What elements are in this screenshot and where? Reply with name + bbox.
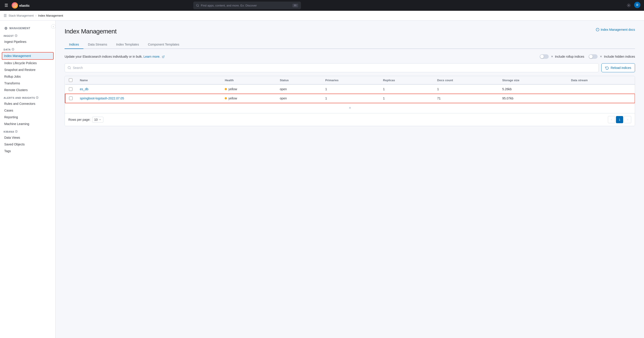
- sidebar-toggle-button[interactable]: ☰: [4, 14, 7, 18]
- sidebar-item-label: Ingest Pipelines: [4, 40, 26, 44]
- select-all-checkbox[interactable]: [69, 78, 72, 82]
- sidebar-item-label: Machine Learning: [4, 122, 29, 126]
- breadcrumb-separator: ›: [36, 14, 36, 17]
- tab-component-templates[interactable]: Component Templates: [144, 40, 184, 49]
- ingest-info-icon[interactable]: ⓘ: [15, 34, 18, 38]
- toggle-rollup-indices[interactable]: ✕ Include rollup indices: [540, 54, 584, 59]
- index-link-es-db[interactable]: es_db: [80, 87, 88, 91]
- sidebar-item-cases[interactable]: Cases: [0, 107, 56, 114]
- toggle-hidden-indices[interactable]: ✕ Include hidden indices: [588, 54, 635, 59]
- col-header-health[interactable]: Health: [221, 76, 276, 84]
- sidebar-item-label: Rollup Jobs: [4, 75, 21, 78]
- pagination-prev-button[interactable]: [608, 116, 615, 123]
- sidebar-item-label: Reporting: [4, 115, 18, 119]
- breadcrumb-bar: ☰ Stack Management › Index Management: [0, 11, 644, 21]
- learn-more-text: Learn more.: [144, 55, 160, 58]
- elastic-logo[interactable]: elastic: [12, 2, 30, 9]
- docs-link[interactable]: Index Management docs: [596, 28, 635, 32]
- tab-indices[interactable]: Indices: [64, 40, 84, 49]
- index-link-springboot[interactable]: springboot-logstash-2022.07.05: [80, 97, 124, 100]
- col-header-primaries[interactable]: Primaries: [322, 76, 380, 84]
- pagination-next-button[interactable]: [624, 116, 631, 123]
- sidebar-item-data-views[interactable]: Data Views: [0, 134, 56, 141]
- tab-data-streams-label: Data Streams: [88, 43, 107, 46]
- top-navigation: ☰ elastic Find apps, content, and more. …: [0, 0, 644, 11]
- sidebar-item-label: Index Lifecycle Policies: [4, 61, 37, 65]
- row-status-cell: open: [276, 84, 322, 94]
- pagination-page-1[interactable]: 1: [616, 116, 623, 123]
- user-avatar[interactable]: D: [634, 2, 640, 8]
- sidebar-collapse-button[interactable]: ‹: [51, 24, 56, 29]
- sidebar-item-transforms[interactable]: Transforms: [0, 80, 56, 87]
- hamburger-menu-icon[interactable]: ☰: [4, 2, 9, 9]
- reload-button-label: Reload indices: [610, 66, 631, 70]
- chevron-right-icon: [626, 118, 629, 121]
- tab-index-templates-label: Index Templates: [116, 43, 139, 46]
- col-header-status[interactable]: Status: [276, 76, 322, 84]
- col-header-checkbox: [65, 76, 76, 84]
- row-name-cell: springboot-logstash-2022.07.05: [76, 94, 221, 103]
- sidebar-group-ingest: Ingest ⓘ: [0, 32, 56, 38]
- row-checkbox[interactable]: [69, 97, 73, 100]
- search-input[interactable]: [73, 66, 596, 70]
- description-row: Update your Elasticsearch indices indivi…: [64, 54, 635, 59]
- toggle-hidden-switch[interactable]: [588, 54, 598, 59]
- docs-link-icon: [596, 28, 600, 32]
- chevron-left-icon: [610, 118, 613, 121]
- sidebar-item-ingest-pipelines[interactable]: Ingest Pipelines: [0, 38, 56, 45]
- search-input-container[interactable]: [64, 63, 599, 72]
- svg-line-7: [163, 56, 164, 57]
- main-content: Index Management Index Management docs I…: [56, 21, 644, 338]
- reload-indices-button[interactable]: Reload indices: [602, 63, 635, 72]
- add-row: +: [65, 103, 635, 113]
- sidebar-item-machine-learning[interactable]: Machine Learning: [0, 121, 56, 127]
- alerts-info-icon[interactable]: ⓘ: [36, 96, 38, 99]
- learn-more-link[interactable]: Learn more.: [144, 55, 164, 58]
- row-primaries-cell: 1: [322, 94, 380, 103]
- tab-data-streams[interactable]: Data Streams: [84, 40, 112, 49]
- sidebar-item-snapshot-and-restore[interactable]: Snapshot and Restore: [0, 67, 56, 73]
- sidebar-item-rules-and-connectors[interactable]: Rules and Connectors: [0, 100, 56, 107]
- sidebar-item-reporting[interactable]: Reporting: [0, 114, 56, 121]
- sidebar-item-index-lifecycle-policies[interactable]: Index Lifecycle Policies: [0, 60, 56, 67]
- indices-table-container: Name Health Status Primaries Replicas Do…: [64, 76, 635, 126]
- global-search-bar[interactable]: Find apps, content, and more. Ex: Discov…: [193, 2, 301, 9]
- row-data-stream-cell: [567, 94, 635, 103]
- nav-icons: D: [625, 2, 640, 9]
- kibana-info-icon[interactable]: ⓘ: [15, 130, 18, 133]
- sidebar-item-remote-clusters[interactable]: Remote Clusters: [0, 87, 56, 93]
- sidebar-group-data: Data ⓘ: [0, 45, 56, 52]
- col-header-docs-count[interactable]: Docs count: [434, 76, 498, 84]
- sidebar-section-title: Management: [10, 27, 30, 30]
- toggle-hidden-label: Include hidden indices: [604, 55, 635, 58]
- sidebar-group-alerts-label: Alerts and Insights: [4, 97, 35, 99]
- breadcrumb-parent[interactable]: Stack Management: [8, 14, 34, 17]
- search-icon: [68, 66, 71, 70]
- rows-per-page-selector[interactable]: 10: [92, 117, 103, 123]
- row-checkbox[interactable]: [69, 87, 72, 91]
- toggle-rollup-switch[interactable]: [540, 54, 549, 59]
- col-header-data-stream[interactable]: Data stream: [567, 76, 635, 84]
- col-header-name[interactable]: Name: [76, 76, 221, 84]
- data-info-icon[interactable]: ⓘ: [12, 48, 14, 51]
- row-name-cell: es_db: [76, 84, 221, 94]
- col-header-storage-size[interactable]: Storage size: [499, 76, 568, 84]
- svg-point-1: [196, 4, 198, 6]
- health-badge: yellow: [225, 97, 237, 100]
- elastic-logo-text: elastic: [19, 4, 30, 8]
- notifications-icon[interactable]: [625, 2, 632, 9]
- sidebar-item-index-management[interactable]: Index Management: [2, 52, 54, 60]
- sidebar-item-rollup-jobs[interactable]: Rollup Jobs: [0, 73, 56, 80]
- tab-index-templates[interactable]: Index Templates: [112, 40, 144, 49]
- sidebar-management-header: ⚙ Management: [0, 24, 56, 32]
- col-header-replicas[interactable]: Replicas: [380, 76, 434, 84]
- rows-per-page[interactable]: Rows per page: 10: [68, 117, 103, 123]
- sidebar-item-tags[interactable]: Tags: [0, 148, 56, 154]
- toggle-hidden-x: ✕: [600, 55, 602, 58]
- row-data-stream-cell: [567, 84, 635, 94]
- description-text: Update your Elasticsearch indices indivi…: [64, 55, 164, 58]
- table-row: es_db yellow open 1 1 1 5.26kb: [65, 84, 635, 94]
- rows-per-page-label: Rows per page:: [68, 118, 90, 121]
- sidebar-item-saved-objects[interactable]: Saved Objects: [0, 141, 56, 148]
- sidebar-item-label: Rules and Connectors: [4, 102, 36, 106]
